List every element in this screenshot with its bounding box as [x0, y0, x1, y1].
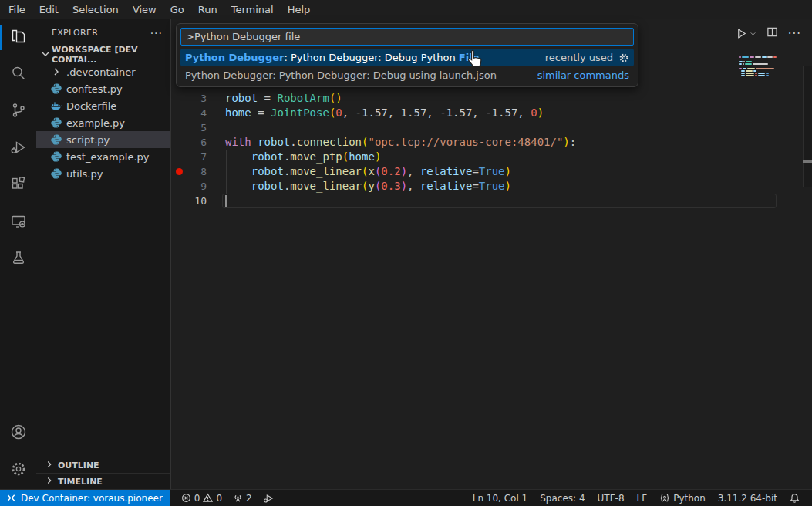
- chevron-right-icon: [44, 475, 58, 488]
- menu-file[interactable]: File: [2, 0, 32, 19]
- workspace-label: WORKSPACE [DEV CONTAI...: [52, 45, 170, 65]
- overview-ruler-cursor-marker: [803, 160, 812, 163]
- similar-commands-link[interactable]: similar commands: [537, 69, 629, 81]
- chevron-down-icon: [39, 48, 52, 62]
- problems-indicator[interactable]: 0 0: [181, 493, 222, 504]
- command-palette-input[interactable]: [180, 28, 634, 46]
- palette-result-debug-launch-json[interactable]: Python Debugger: Python Debugger: Debug …: [180, 66, 634, 84]
- file-row-dockerfile[interactable]: Dockerfile: [36, 97, 170, 114]
- settings-button[interactable]: [0, 452, 36, 489]
- menu-selection[interactable]: Selection: [66, 0, 126, 19]
- file-row-example[interactable]: example.py: [36, 114, 170, 131]
- breakpoint-gutter[interactable]: [171, 120, 184, 135]
- split-editor-icon: [767, 26, 778, 38]
- workspace-section-header[interactable]: WORKSPACE [DEV CONTAI...: [36, 46, 170, 63]
- activity-explorer[interactable]: [0, 19, 36, 56]
- more-actions-button[interactable]: ···: [788, 30, 801, 38]
- menu-edit[interactable]: Edit: [32, 0, 66, 19]
- python-file-icon: [50, 83, 62, 95]
- file-list: .devcontainer conftest.py Dockerfile exa…: [36, 63, 170, 182]
- editor-group[interactable]: ··· 23robot = RobotArm()4home = JointPos…: [171, 19, 812, 489]
- code-line-6[interactable]: 6with robot.connection("opc.tcp://voraus…: [171, 135, 812, 150]
- overview-ruler[interactable]: [803, 66, 812, 187]
- code-lines[interactable]: 23robot = RobotArm()4home = JointPose(0,…: [171, 76, 812, 208]
- language-mode-status[interactable]: Python: [659, 493, 706, 504]
- menu-help[interactable]: Help: [281, 0, 318, 19]
- activity-search[interactable]: [0, 56, 36, 93]
- python-interpreter-status[interactable]: 3.11.2 64-bit: [718, 493, 777, 504]
- extensions-icon: [9, 175, 28, 197]
- indent-guide: [226, 150, 227, 194]
- minimap-row: [739, 66, 793, 67]
- code-text: robot.move_linear(x(0.2), relative=True): [225, 164, 511, 179]
- editor-actions: ···: [736, 26, 801, 41]
- activity-remote-explorer[interactable]: [0, 204, 36, 241]
- play-icon: [736, 28, 747, 39]
- menu-view[interactable]: View: [126, 0, 163, 19]
- cursor-position-status[interactable]: Ln 10, Col 1: [473, 493, 528, 504]
- code-line-3[interactable]: 3robot = RobotArm(): [171, 91, 812, 106]
- breakpoint-gutter[interactable]: [171, 150, 184, 164]
- minimap-row: [741, 70, 793, 72]
- minimap-row: [739, 61, 793, 62]
- vscode-window: File Edit Selection View Go Run Terminal…: [0, 0, 812, 506]
- minimap-row: [739, 56, 793, 58]
- breakpoint-gutter[interactable]: [171, 106, 184, 120]
- code-line-5[interactable]: 5: [171, 120, 812, 135]
- timeline-section-header[interactable]: TIMELINE: [36, 473, 170, 489]
- indentation-status[interactable]: Spaces: 4: [540, 493, 585, 504]
- breakpoint-gutter[interactable]: [171, 135, 184, 150]
- code-line-9[interactable]: 9 robot.move_linear(y(0.3), relative=Tru…: [171, 179, 812, 194]
- accounts-button[interactable]: [0, 415, 36, 452]
- breakpoint-gutter[interactable]: [171, 194, 184, 208]
- run-python-file-button[interactable]: [736, 28, 756, 39]
- menu-run[interactable]: Run: [191, 0, 224, 19]
- debug-icon: [9, 138, 28, 160]
- git-branch-icon: [9, 101, 28, 123]
- python-file-icon: [50, 116, 62, 129]
- file-row-utils[interactable]: utils.py: [36, 165, 170, 182]
- remote-indicator[interactable]: Dev Container: voraus.pioneer: [0, 490, 170, 506]
- menu-go[interactable]: Go: [163, 0, 191, 19]
- activity-source-control[interactable]: [0, 93, 36, 130]
- line-number: 3: [184, 91, 207, 106]
- eol-status[interactable]: LF: [637, 493, 648, 504]
- explorer-more-actions-icon[interactable]: ···: [150, 27, 163, 39]
- code-line-4[interactable]: 4home = JointPose(0, -1.57, 1.57, -1.57,…: [171, 106, 812, 120]
- breakpoint-gutter[interactable]: [171, 91, 184, 106]
- code-line-8[interactable]: 8 robot.move_linear(x(0.2), relative=Tru…: [171, 164, 812, 179]
- menu-bar: File Edit Selection View Go Run Terminal…: [0, 0, 812, 19]
- activity-testing[interactable]: [0, 241, 36, 278]
- menu-terminal[interactable]: Terminal: [224, 0, 281, 19]
- account-icon: [9, 423, 28, 444]
- notifications-button[interactable]: [790, 493, 800, 504]
- code-line-7[interactable]: 7 robot.move_ptp(home): [171, 150, 812, 164]
- python-file-icon: [50, 150, 62, 163]
- sidebar-explorer: EXPLORER ··· WORKSPACE [DEV CONTAI... .d…: [36, 19, 171, 489]
- file-row-test-example[interactable]: test_example.py: [36, 148, 170, 165]
- file-row-script-selected[interactable]: script.py: [36, 131, 170, 148]
- ports-indicator[interactable]: 2: [233, 493, 252, 504]
- code-text: robot = RobotArm(): [225, 91, 342, 106]
- file-row-conftest[interactable]: conftest.py: [36, 80, 170, 97]
- warning-icon: [203, 493, 213, 503]
- file-row-devcontainer[interactable]: .devcontainer: [36, 63, 170, 80]
- encoding-status[interactable]: UTF-8: [598, 493, 625, 504]
- python-file-icon: [50, 167, 62, 180]
- debug-alt-icon: [263, 493, 274, 504]
- activity-extensions[interactable]: [0, 167, 36, 204]
- minimap-row: [739, 59, 793, 60]
- breakpoint-gutter[interactable]: [171, 179, 184, 194]
- recently-used-label: recently used: [545, 52, 613, 63]
- split-editor-button[interactable]: [767, 26, 778, 41]
- outline-section-header[interactable]: OUTLINE: [36, 457, 170, 473]
- line-number: 4: [184, 106, 207, 120]
- line-number: 8: [184, 164, 207, 179]
- debug-status-indicator[interactable]: [263, 493, 274, 504]
- configure-keybinding-icon[interactable]: [618, 52, 629, 63]
- activity-run-debug[interactable]: [0, 130, 36, 167]
- palette-result-debug-python-file[interactable]: Python Debugger: Python Debugger: Debug …: [180, 49, 634, 66]
- minimap[interactable]: [739, 56, 793, 77]
- breakpoint-dot[interactable]: [171, 164, 184, 179]
- code-line-10[interactable]: 10: [171, 194, 812, 208]
